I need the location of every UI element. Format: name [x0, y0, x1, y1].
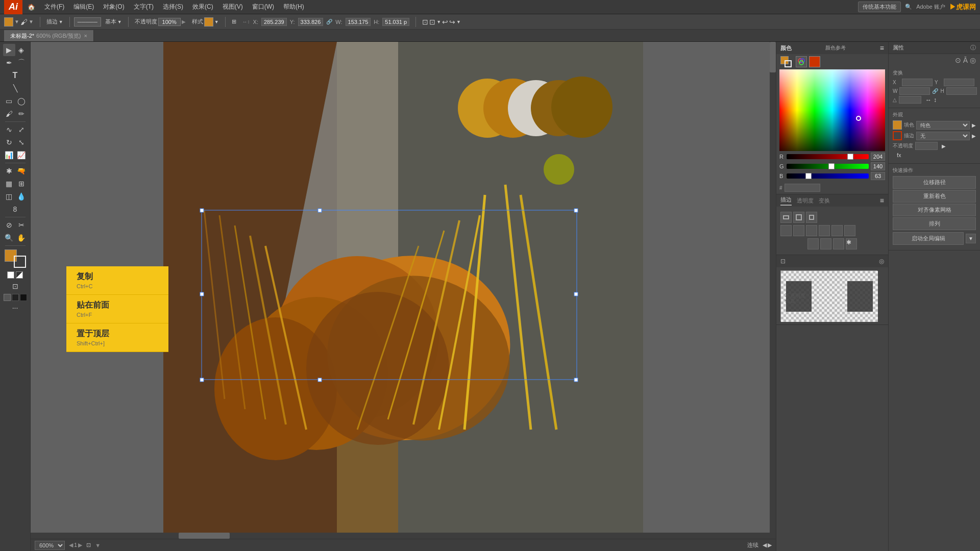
- workspace-selector[interactable]: 传统基本功能: [858, 2, 901, 12]
- stroke-indicator[interactable]: [809, 56, 820, 67]
- none-fill-btn[interactable]: [16, 271, 23, 279]
- stroke-style-2[interactable]: [793, 225, 804, 236]
- menu-object[interactable]: 对象(O): [99, 2, 128, 12]
- chart-tool[interactable]: 📈: [15, 149, 28, 161]
- width-tool[interactable]: ⤢: [15, 123, 28, 136]
- color-panel-header[interactable]: 颜色 颜色参考 ≡: [776, 42, 888, 54]
- gradient-panel-header[interactable]: ⊡ ◎: [776, 255, 888, 267]
- panel-icon-1[interactable]: ⊙: [955, 56, 961, 64]
- transform-tab[interactable]: 变换: [819, 197, 830, 205]
- arrange-button[interactable]: 排列: [893, 217, 976, 230]
- h-prop-input[interactable]: 51.031 p: [946, 87, 977, 95]
- blue-value[interactable]: 63: [871, 172, 885, 180]
- flip-h-icon[interactable]: ↔: [925, 96, 932, 104]
- stroke-style-6[interactable]: [844, 225, 855, 236]
- stroke-panel-menu-icon[interactable]: ≡: [880, 196, 884, 205]
- horizontal-scrollbar-thumb[interactable]: [179, 533, 230, 539]
- stroke-expand-icon[interactable]: ▶: [972, 133, 976, 139]
- menu-text[interactable]: 文字(T): [130, 2, 158, 12]
- context-menu-bring-to-front[interactable]: 置于顶层 Shift+Ctrl+]: [66, 323, 168, 352]
- tab-close-button[interactable]: ×: [84, 33, 87, 39]
- screen-mode-2[interactable]: [12, 294, 19, 301]
- selection-tool[interactable]: ▶: [3, 44, 15, 56]
- search-icon[interactable]: 🔍: [905, 4, 912, 10]
- stroke-color-display[interactable]: [893, 131, 902, 140]
- arrange-icon-2[interactable]: ⊡: [429, 18, 435, 26]
- stroke-align-3[interactable]: [806, 212, 817, 223]
- y-prop-input[interactable]: 153.175: [944, 79, 974, 86]
- menu-help[interactable]: 帮助(H): [279, 2, 308, 12]
- context-menu-paste-front[interactable]: 贴在前面 Ctrl+F: [66, 295, 168, 323]
- stroke-color-bar[interactable]: ─────: [74, 17, 101, 27]
- rgb-mode-icon[interactable]: [796, 56, 807, 67]
- color-panel-menu-icon[interactable]: ≡: [880, 44, 884, 52]
- user-account[interactable]: Adobe 账户: [916, 3, 945, 11]
- hand-tool[interactable]: ✋: [15, 232, 28, 244]
- style-swatch[interactable]: [204, 17, 213, 27]
- h-value[interactable]: 51.031 p: [382, 18, 409, 26]
- w-prop-input[interactable]: 333.826: [899, 87, 930, 95]
- canvas-area[interactable]: 复制 Ctrl+C 贴在前面 Ctrl+F 置于顶层 Shift+Ctrl+] …: [31, 42, 776, 551]
- arrange-icon-3[interactable]: ↩: [442, 18, 448, 26]
- edit-dropdown-icon[interactable]: ▼: [966, 234, 976, 243]
- stroke-panel-header[interactable]: 描边 透明度 变换 ≡: [776, 194, 888, 207]
- menu-file[interactable]: 文件(F): [40, 2, 68, 12]
- green-slider[interactable]: [787, 164, 869, 169]
- stroke-align-1[interactable]: [780, 212, 792, 223]
- opacity-expand-icon[interactable]: ▶: [942, 143, 946, 149]
- ellipse-tool[interactable]: ◯: [15, 95, 28, 107]
- align-pixel-button[interactable]: 对齐像素网格: [893, 204, 976, 216]
- panel-icon-2[interactable]: Ā: [963, 56, 968, 64]
- stroke-w-4[interactable]: ✱: [846, 238, 857, 249]
- edit-global-button[interactable]: 启动全局编辑: [893, 232, 964, 245]
- rectangle-tool[interactable]: ▭: [3, 95, 15, 107]
- lock-prop-icon[interactable]: 🔗: [932, 88, 938, 94]
- stroke-w-3[interactable]: [833, 238, 844, 249]
- brush-icon[interactable]: 🖌: [20, 18, 28, 26]
- nav-prev[interactable]: ◀: [69, 542, 73, 548]
- angle-input[interactable]: 0°: [899, 96, 921, 104]
- stroke-swatch[interactable]: [14, 256, 26, 268]
- opacity-input[interactable]: 100%: [158, 18, 181, 26]
- menu-view[interactable]: 视图(V): [218, 2, 247, 12]
- menu-effect[interactable]: 效果(C): [188, 2, 217, 12]
- graph-tool[interactable]: 📊: [3, 149, 15, 161]
- transform-grid-icon[interactable]: ⊞: [230, 17, 238, 26]
- draw-mode-selector[interactable]: 描边 ▼: [44, 17, 65, 27]
- stroke-style-5[interactable]: [831, 225, 843, 236]
- fill-type-selector[interactable]: 纯色 渐变 无: [916, 121, 970, 130]
- pen-tool[interactable]: ✒: [3, 57, 15, 69]
- stroke-type-selector[interactable]: 无 纯色: [916, 132, 970, 140]
- rotate-tool[interactable]: ↻: [3, 136, 15, 148]
- arrange-icon-4[interactable]: ↪: [449, 18, 455, 26]
- stroke-align-2[interactable]: [793, 212, 804, 223]
- flip-v-icon[interactable]: ↕: [934, 96, 937, 104]
- w-value[interactable]: 153.175: [346, 18, 371, 26]
- nav-next[interactable]: ▶: [78, 542, 82, 548]
- menu-select[interactable]: 选择(S): [159, 2, 187, 12]
- scissors-tool[interactable]: ✂: [15, 219, 28, 231]
- artboard-tool[interactable]: ⊡: [3, 280, 28, 292]
- red-slider[interactable]: [787, 154, 869, 159]
- line-tool[interactable]: ╲: [3, 82, 28, 94]
- text-tool[interactable]: T: [3, 69, 28, 82]
- transparency-tab[interactable]: 透明度: [797, 197, 814, 205]
- red-value[interactable]: 204: [871, 153, 885, 161]
- paintbrush-tool[interactable]: 🖌: [3, 108, 15, 120]
- blue-slider[interactable]: [787, 173, 869, 179]
- stroke-tab[interactable]: 描边: [780, 196, 792, 206]
- white-fill-btn[interactable]: [7, 271, 14, 279]
- opacity-arrow-right[interactable]: ▶: [182, 19, 186, 24]
- fill-color-display[interactable]: [893, 120, 902, 130]
- gradient-tool[interactable]: ◫: [3, 190, 15, 203]
- curvature-tool[interactable]: ⌒: [15, 57, 28, 69]
- arrange-dropdown[interactable]: ▼: [436, 19, 441, 24]
- fill-expand-icon[interactable]: ▶: [972, 122, 976, 128]
- stroke-dropdown-icon[interactable]: ▼: [117, 19, 122, 24]
- x-prop-input[interactable]: 285.239: [902, 79, 933, 86]
- screen-mode-3[interactable]: [20, 294, 27, 301]
- horizontal-scrollbar[interactable]: [31, 533, 770, 539]
- opacity-prop-input[interactable]: 100%: [915, 142, 938, 150]
- column-tool[interactable]: ▦: [3, 178, 15, 190]
- more-tools[interactable]: ···: [3, 302, 28, 314]
